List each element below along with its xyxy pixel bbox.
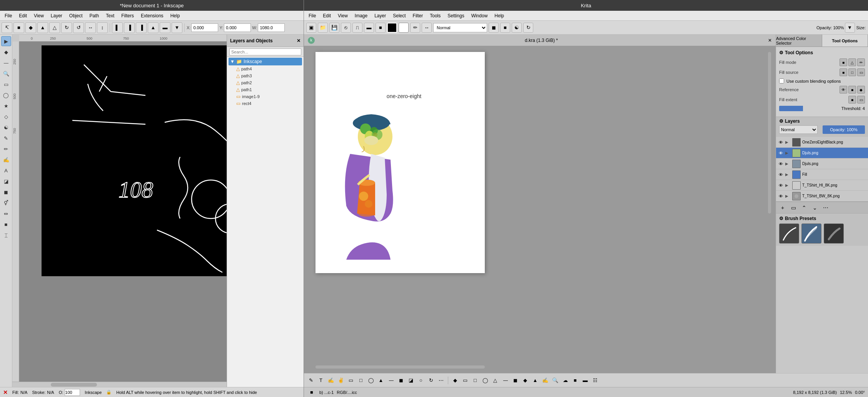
threshold-slider[interactable] (779, 106, 839, 111)
menu-layer[interactable]: Layer (48, 12, 65, 19)
rotate-cw-btn[interactable]: ↻ (61, 22, 72, 33)
krita-blend-mode-select[interactable]: Normal Multiply Screen (433, 23, 487, 32)
brush-preset-2[interactable] (801, 224, 821, 244)
krita-assistant-btn[interactable]: ■ (571, 376, 580, 385)
spray-tool[interactable]: ■ (1, 219, 11, 229)
krita-menu-view[interactable]: View (335, 12, 351, 19)
krita-menu-filter[interactable]: Filter (410, 12, 426, 19)
krita-multibrush-btn[interactable]: ✌ (336, 376, 346, 385)
krita-color-select-btn[interactable]: ◆ (521, 376, 530, 385)
krita-menu-help[interactable]: Help (491, 12, 507, 19)
krita-select-rect-btn[interactable]: □ (471, 376, 480, 385)
connector-tool[interactable]: ⇔ (1, 209, 11, 219)
layer-item-path4[interactable]: △ path4 (229, 65, 302, 72)
calligraphy-tool[interactable]: ✍ (1, 155, 11, 165)
krita-magnetic-select-btn[interactable]: ▲ (531, 376, 540, 385)
select-tool-btn[interactable]: ↸ (2, 22, 12, 33)
krita-menu-settings[interactable]: Settings (444, 12, 467, 19)
menu-text[interactable]: Text (103, 12, 117, 19)
fill-extent-icon-2[interactable]: ▭ (857, 96, 865, 103)
layer-eye-2[interactable]: 👁 (778, 161, 784, 167)
zoom-tool-btn[interactable]: ▲ (37, 22, 48, 33)
menu-edit[interactable]: Edit (16, 12, 30, 19)
krita-poly-btn[interactable]: ▲ (376, 376, 386, 385)
paint-bucket-tool[interactable]: ◼ (1, 187, 11, 197)
krita-sync-btn[interactable]: ↻ (523, 23, 533, 33)
menu-object[interactable]: Object (66, 12, 86, 19)
y-input[interactable] (224, 23, 251, 32)
krita-select-freehand-btn[interactable]: ⸻ (501, 376, 510, 385)
tab-tool-options[interactable]: Tool Options (822, 35, 868, 47)
krita-canvas-mode-btn[interactable]: ■ (307, 388, 316, 397)
pointer-tool[interactable]: ▶ (1, 36, 11, 46)
krita-opacity-down-btn[interactable]: ▼ (845, 23, 855, 33)
node-tool-btn[interactable]: ■ (13, 22, 24, 33)
flip-h-btn[interactable]: ↔ (85, 22, 96, 33)
menu-file[interactable]: File (2, 12, 15, 19)
inkscape-scrollbar-horizontal[interactable] (12, 382, 227, 387)
krita-more-tools-btn[interactable]: ⋯ (436, 376, 446, 385)
layer-more-options-btn[interactable]: ⋯ (821, 204, 830, 212)
measure-tool-btn[interactable]: △ (49, 22, 60, 33)
star-tool[interactable]: ★ (1, 101, 11, 111)
krita-rect-bottom-btn[interactable]: □ (356, 376, 366, 385)
krita-smart-patch-btn[interactable]: ○ (416, 376, 426, 385)
krita-path-btn[interactable]: ⸻ (386, 376, 396, 385)
krita-bezier-select-btn[interactable]: ✍ (541, 376, 550, 385)
node-edit-tool[interactable]: ◆ (1, 47, 11, 57)
x-input[interactable] (191, 23, 218, 32)
rotate-ccw-btn[interactable]: ↺ (73, 22, 84, 33)
move-layer-up-btn[interactable]: ⌃ (800, 204, 808, 212)
krita-text-bottom-btn[interactable]: T (316, 376, 326, 385)
use-custom-blending-checkbox[interactable] (779, 78, 784, 83)
krita-new-btn[interactable]: ▣ (306, 23, 316, 33)
layer-item-path1[interactable]: △ path1 (229, 86, 302, 93)
krita-crop-btn[interactable]: ▭ (461, 376, 470, 385)
tab-advanced-color-selector[interactable]: Advanced Color Selector (776, 35, 822, 47)
flip-v-btn[interactable]: ↕ (97, 22, 108, 33)
tweak-tool-btn[interactable]: ◆ (25, 22, 36, 33)
fill-mode-icon-1[interactable]: ■ (840, 58, 847, 66)
3d-box-tool[interactable]: ◇ (1, 112, 11, 122)
layer-item-path2[interactable]: △ path2 (229, 79, 302, 86)
align-bottom-btn[interactable]: ▼ (172, 22, 182, 33)
krita-brush-preset-btn[interactable]: ✏ (410, 23, 420, 33)
menu-extensions[interactable]: Extensions (138, 12, 167, 19)
krita-layer-row-5[interactable]: 👁 ▶ T_TShirt_BW_8K.png (776, 191, 868, 202)
krita-document-canvas[interactable]: one-zero-eight (315, 52, 485, 273)
krita-layer-row-2[interactable]: 👁 ▶ Djuls.png (776, 158, 868, 169)
krita-fill-btn[interactable]: ◼ (396, 376, 406, 385)
layer-item-rect4[interactable]: ▭ rect4 (229, 100, 302, 107)
layers-close-btn[interactable]: ✕ (297, 38, 300, 43)
krita-undo-btn[interactable]: ⎋ (341, 23, 351, 33)
krita-menu-edit[interactable]: Edit (320, 12, 334, 19)
fill-source-icon-2[interactable]: □ (848, 68, 856, 76)
brush-preset-3[interactable] (824, 224, 844, 244)
krita-layer-row-1[interactable]: 👁 ▶ Djuls.png (776, 148, 868, 158)
menu-help[interactable]: Help (167, 12, 183, 19)
layer-eye-0[interactable]: 👁 (778, 139, 784, 145)
krita-transform-btn[interactable]: ◆ (451, 376, 460, 385)
tweak-tool[interactable]: ⸻ (1, 58, 11, 68)
krita-redo-btn[interactable]: ⎍ (352, 23, 362, 33)
krita-select-ellipse-btn[interactable]: ◯ (481, 376, 490, 385)
layer-eye-4[interactable]: 👁 (778, 182, 784, 188)
krita-doc-close-btn[interactable]: ✕ (768, 38, 772, 43)
krita-layer-row-3[interactable]: 👁 ▶ Fill (776, 169, 868, 180)
align-center-v-btn[interactable]: ▬ (160, 22, 170, 33)
fill-source-icon-3[interactable]: ▭ (857, 68, 865, 76)
krita-h-scrollbar[interactable] (304, 365, 776, 369)
krita-open-btn[interactable]: 📁 (318, 23, 328, 33)
krita-menu-window[interactable]: Window (468, 12, 491, 19)
krita-color-fg[interactable] (387, 23, 397, 33)
krita-layer-row-0[interactable]: 👁 ▶ OneZeroEightBlack.png (776, 137, 868, 148)
krita-pan-btn[interactable]: ☁ (561, 376, 570, 385)
w-input[interactable] (258, 23, 285, 32)
layers-search-input[interactable] (229, 48, 301, 55)
dropper-tool[interactable]: ⚥ (1, 198, 11, 208)
krita-v-scrollbar[interactable] (767, 52, 772, 364)
menu-path[interactable]: Path (87, 12, 102, 19)
krita-grid-btn[interactable]: ☷ (591, 376, 600, 385)
krita-wrap-btn[interactable]: ☯ (512, 23, 522, 33)
fill-mode-icon-3[interactable]: ✏ (857, 58, 865, 66)
